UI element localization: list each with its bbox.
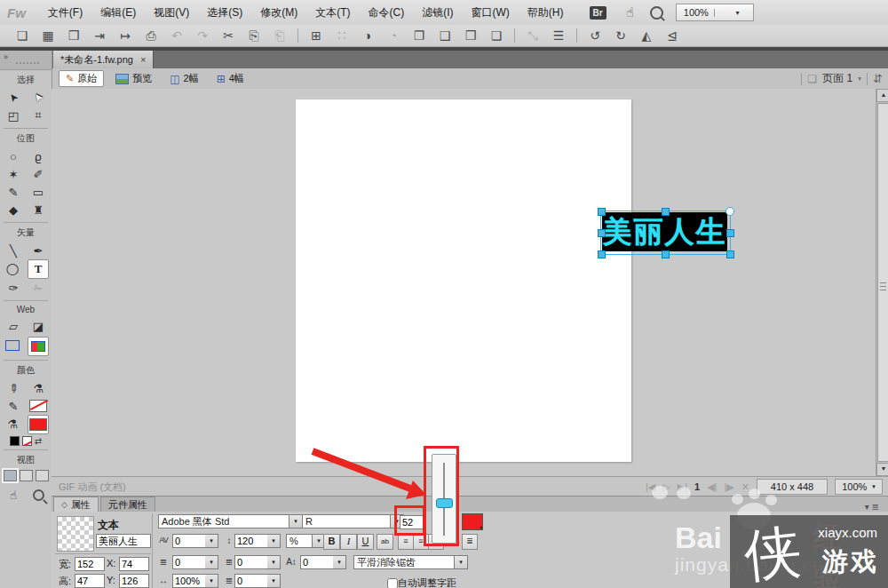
crop-tool[interactable]: ⌗ (28, 107, 48, 124)
menu-modify[interactable]: 修改(M) (252, 2, 305, 24)
kerning-field[interactable] (172, 534, 205, 548)
selection-handle-br[interactable] (726, 250, 734, 258)
chevron-down-icon[interactable]: ▾ (267, 534, 281, 548)
close-icon[interactable]: × (140, 54, 146, 65)
text-case-button[interactable]: ab (377, 534, 393, 550)
group-icon[interactable]: ❐ (411, 28, 427, 43)
subtract-icon[interactable]: ◔ (385, 28, 401, 43)
chevron-down-icon[interactable]: ▾ (205, 555, 218, 569)
export-area-icon[interactable]: ⇵ (873, 72, 883, 85)
tab-symbol-properties[interactable]: 元件属性 (100, 497, 155, 512)
show-slices-button[interactable] (28, 337, 49, 356)
width-field[interactable] (75, 557, 105, 571)
indent-select[interactable]: ▾ (172, 555, 218, 569)
document-tab[interactable]: *未命名-1.fw.png × (53, 51, 154, 68)
space-after-select[interactable]: ▾ (234, 574, 281, 588)
freeform-tool[interactable]: ✑ (4, 279, 23, 297)
magic-wand-tool[interactable]: ✶ (4, 165, 23, 183)
leading-select[interactable]: ▾ (234, 534, 281, 548)
chevron-down-icon[interactable]: ▾ (333, 555, 346, 569)
paint-bucket-tool[interactable]: ⚗ (28, 379, 48, 397)
drag-grip[interactable] (16, 62, 39, 67)
leading-field[interactable] (234, 534, 267, 548)
standard-screen-button[interactable] (4, 470, 17, 481)
zoom-tool-icon[interactable] (650, 6, 663, 20)
canvas-area[interactable]: 美丽人生 (52, 89, 876, 476)
union-icon[interactable]: ◑ (360, 28, 376, 43)
knife-tool[interactable]: ✁ (28, 279, 48, 297)
free-transform-icon[interactable]: ⤡ (525, 28, 541, 44)
zoom-tool[interactable] (28, 486, 48, 504)
paste-icon[interactable]: ⎗ (272, 28, 288, 44)
slice-tool[interactable]: ◪ (28, 317, 48, 335)
h-scale-select[interactable]: ▾ (172, 574, 218, 588)
font-style-select[interactable]: R ▾ (302, 514, 404, 528)
stroke-color-swatch[interactable] (28, 397, 48, 415)
send-back-icon[interactable]: ❏ (488, 28, 504, 43)
open-icon[interactable]: ❒ (66, 28, 82, 43)
next-frame-icon[interactable]: |▶ (724, 481, 733, 493)
chevron-down-icon[interactable]: ▾ (872, 483, 876, 490)
scroll-down-icon[interactable]: ▼ (876, 463, 888, 476)
menu-commands[interactable]: 命令(C) (361, 2, 413, 24)
eraser-tool[interactable]: ▭ (28, 183, 48, 201)
space-before-select[interactable]: ▾ (234, 555, 281, 569)
no-color-icon[interactable] (22, 436, 32, 446)
tools-panel-header[interactable]: » (0, 51, 52, 70)
pencil-tool[interactable]: ✎ (4, 183, 23, 201)
hand-tool[interactable]: ☝ (4, 486, 23, 504)
chevron-down-icon[interactable]: ▾ (455, 555, 468, 569)
pen-tool[interactable]: ✒ (28, 242, 48, 259)
document-page[interactable]: 美丽人生 (296, 99, 631, 462)
x-field[interactable] (119, 557, 149, 571)
font-family-select[interactable]: Adobe 黑体 Std ▾ (158, 514, 303, 528)
line-tool[interactable]: ╲ (4, 242, 23, 259)
chevron-down-icon[interactable]: ▾ (267, 574, 281, 588)
copy-icon[interactable]: ⎘ (246, 28, 262, 44)
panel-menu-icon[interactable]: ▾ ≣ (865, 502, 888, 512)
leading-unit-select[interactable]: % ▾ (286, 534, 326, 548)
chevron-down-icon[interactable]: ▾ (714, 9, 753, 17)
collapse-icon[interactable]: » (4, 52, 8, 61)
menu-file[interactable]: 文件(F) (40, 2, 91, 24)
view-4up-button[interactable]: ⊞ 4幅 (210, 71, 250, 86)
stroke-color-pencil[interactable]: ✎ (4, 397, 23, 415)
menu-select[interactable]: 选择(S) (199, 2, 250, 24)
tab-properties[interactable]: ◇ 属性 (53, 497, 99, 512)
tile-icon[interactable]: ∷ (334, 28, 350, 43)
bridge-button[interactable]: Br (590, 6, 607, 20)
subselect-tool[interactable]: ➤ (28, 89, 48, 107)
text-tool[interactable]: T (28, 259, 49, 279)
delete-frame-icon[interactable]: ✕ (741, 481, 749, 493)
indent-field[interactable] (172, 555, 205, 569)
antialias-select[interactable]: 平滑消除锯齿 ▾ (353, 555, 468, 569)
space-before-field[interactable] (234, 555, 267, 569)
bold-button[interactable]: B (323, 534, 340, 550)
kerning-select[interactable]: ▾ (172, 534, 218, 548)
page-selector[interactable]: ❏ 页面 1 ▾ ⇵ (801, 71, 888, 86)
undo-icon[interactable]: ↶ (169, 28, 185, 43)
underline-button[interactable]: U (357, 534, 374, 550)
fill-bucket-icon-cell[interactable]: ⚗ (3, 415, 22, 433)
chevron-down-icon[interactable]: ▾ (289, 514, 303, 528)
space-after-field[interactable] (234, 574, 267, 588)
play-icon[interactable]: ▷ (662, 481, 670, 493)
zoom-indicator[interactable]: 100% ▾ (835, 479, 883, 495)
rubber-stamp-tool[interactable]: ♜ (28, 201, 48, 219)
hotspot-tool[interactable]: ▱ (4, 317, 23, 335)
marquee-tool[interactable]: ○ (4, 147, 23, 165)
rotate-ccw-icon[interactable]: ↺ (587, 28, 603, 43)
h-scale-field[interactable] (172, 574, 205, 588)
hide-slices-button[interactable] (3, 337, 22, 354)
new-document-icon[interactable]: ❏ (14, 28, 30, 43)
height-field[interactable] (75, 574, 105, 588)
menu-filters[interactable]: 滤镜(I) (414, 2, 461, 24)
auto-kern-checkbox[interactable] (387, 578, 398, 588)
redo-icon[interactable]: ↷ (194, 28, 210, 43)
align-left-button[interactable]: ≡ (398, 534, 414, 550)
flip-vertical-icon[interactable]: ⊴ (664, 28, 680, 43)
baseline-shift-field[interactable] (300, 555, 333, 569)
chevron-down-icon[interactable]: ▾ (267, 555, 281, 569)
rotate-cw-icon[interactable]: ↻ (613, 28, 629, 43)
eyedropper-tool[interactable]: ✏ (4, 379, 23, 397)
